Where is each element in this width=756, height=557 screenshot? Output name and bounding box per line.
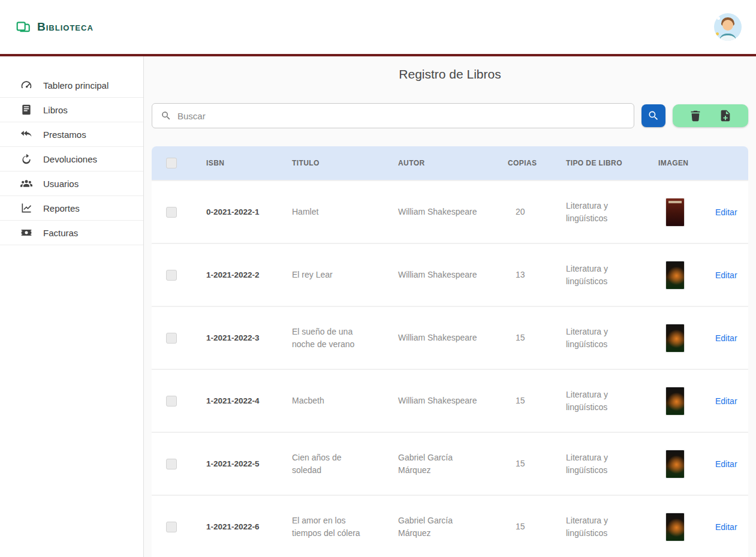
autor-cell: Gabriel García Márquez xyxy=(398,514,508,539)
copias-cell: 20 xyxy=(508,206,566,218)
column-header-autor: AUTOR xyxy=(398,159,508,167)
book-logo-icon xyxy=(14,19,32,35)
dashboard-gauge-icon xyxy=(20,79,32,91)
edit-cell: Editar xyxy=(715,207,748,218)
search-box[interactable] xyxy=(152,103,634,128)
edit-link[interactable]: Editar xyxy=(715,333,737,343)
sidebar-item-label: Reportes xyxy=(43,203,80,213)
brand-name: Biblioteca xyxy=(37,20,94,34)
book-cover-thumbnail xyxy=(666,261,684,289)
imagen-cell xyxy=(658,450,715,478)
table-header-row: ISBN TITULO AUTOR COPIAS TIPO DE LIBRO I… xyxy=(152,146,748,180)
edit-cell: Editar xyxy=(715,459,748,469)
edit-cell: Editar xyxy=(715,522,748,532)
book-cover-thumbnail xyxy=(666,198,684,226)
edit-link[interactable]: Editar xyxy=(715,270,737,280)
table-row: 1-2021-2022-5 Cien años de soledad Gabri… xyxy=(152,432,748,495)
copias-cell: 15 xyxy=(508,520,566,532)
book-cover-thumbnail xyxy=(666,450,684,478)
autor-cell: William Shakespeare xyxy=(398,395,508,407)
edit-link[interactable]: Editar xyxy=(715,207,737,217)
tipo-cell: Literatura y lingüísticos xyxy=(566,514,658,539)
sidebar-nav: Tablero principal Libros Prestamos Devol… xyxy=(0,56,144,557)
table-row: 1-2021-2022-6 El amor en los tiempos del… xyxy=(152,495,748,557)
sidebar-item-label: Tablero principal xyxy=(43,80,109,91)
sidebar-item-devoluciones[interactable]: Devoluciones xyxy=(0,147,143,171)
refresh-return-icon xyxy=(20,153,32,165)
isbn-cell: 1-2021-2022-5 xyxy=(206,459,292,468)
search-button[interactable] xyxy=(641,104,665,127)
column-header-copias: COPIAS xyxy=(508,159,566,167)
star-icon xyxy=(716,32,719,35)
row-checkbox[interactable] xyxy=(166,270,177,281)
bulk-actions-panel xyxy=(673,104,748,127)
edit-link[interactable]: Editar xyxy=(715,522,737,532)
books-table: ISBN TITULO AUTOR COPIAS TIPO DE LIBRO I… xyxy=(152,146,748,557)
book-icon xyxy=(20,104,32,116)
imagen-cell xyxy=(658,387,715,415)
user-avatar[interactable] xyxy=(714,13,742,41)
tipo-cell: Literatura y lingüísticos xyxy=(566,326,658,350)
row-checkbox-cell xyxy=(152,459,206,469)
row-checkbox[interactable] xyxy=(166,207,177,218)
table-row: 1-2021-2022-3 El sueño de una noche de v… xyxy=(152,306,748,369)
book-cover-thumbnail xyxy=(666,324,684,352)
table-row: 1-2021-2022-4 Macbeth William Shakespear… xyxy=(152,369,748,432)
page-title: Registro de Libros xyxy=(152,67,748,82)
row-checkbox[interactable] xyxy=(166,333,177,344)
autor-cell: William Shakespeare xyxy=(398,206,508,218)
column-header-imagen: IMAGEN xyxy=(658,159,715,167)
sidebar-item-label: Devoluciones xyxy=(43,154,97,164)
sidebar-item-label: Facturas xyxy=(43,228,78,238)
row-checkbox[interactable] xyxy=(166,459,177,469)
titulo-cell: El sueño de una noche de verano xyxy=(292,326,398,350)
titulo-cell: Macbeth xyxy=(292,395,398,407)
autor-cell: Gabriel García Márquez xyxy=(398,451,508,476)
sidebar-item-facturas[interactable]: Facturas xyxy=(0,221,143,245)
row-checkbox-cell xyxy=(152,333,206,344)
select-all-checkbox[interactable] xyxy=(166,158,177,168)
chart-report-icon xyxy=(20,202,32,214)
isbn-cell: 0-2021-2022-1 xyxy=(206,207,292,216)
tipo-cell: Literatura y lingüísticos xyxy=(566,263,658,287)
main-content: Registro de Libros ISBN TITULO AUTOR COP xyxy=(144,56,756,557)
book-cover-thumbnail xyxy=(666,387,684,415)
add-book-button[interactable] xyxy=(719,109,732,122)
select-all-cell xyxy=(152,158,206,168)
copias-cell: 13 xyxy=(508,269,566,281)
sidebar-item-usuarios[interactable]: Usuarios xyxy=(0,171,143,196)
sidebar-item-reportes[interactable]: Reportes xyxy=(0,196,143,221)
search-input[interactable] xyxy=(177,111,625,121)
row-checkbox[interactable] xyxy=(166,522,177,532)
delete-button[interactable] xyxy=(689,109,702,122)
copias-cell: 15 xyxy=(508,395,566,407)
imagen-cell xyxy=(658,324,715,352)
tipo-cell: Literatura y lingüísticos xyxy=(566,200,658,224)
row-checkbox-cell xyxy=(152,522,206,532)
autor-cell: William Shakespeare xyxy=(398,269,508,281)
sidebar-item-tablero-principal[interactable]: Tablero principal xyxy=(0,73,143,98)
edit-link[interactable]: Editar xyxy=(715,396,737,406)
users-group-icon xyxy=(20,177,32,189)
brand-logo[interactable]: Biblioteca xyxy=(14,19,94,35)
row-checkbox[interactable] xyxy=(166,396,177,407)
search-icon xyxy=(161,110,171,121)
edit-link[interactable]: Editar xyxy=(715,459,737,469)
sidebar-item-libros[interactable]: Libros xyxy=(0,98,143,122)
isbn-cell: 1-2021-2022-2 xyxy=(206,270,292,279)
header-divider-bar xyxy=(0,54,756,56)
sidebar-item-label: Libros xyxy=(43,105,68,115)
avatar-shirt xyxy=(719,34,736,41)
column-header-tipo: TIPO DE LIBRO xyxy=(566,159,658,167)
isbn-cell: 1-2021-2022-4 xyxy=(206,396,292,405)
imagen-cell xyxy=(658,261,715,289)
tipo-cell: Literatura y lingüísticos xyxy=(566,451,658,476)
search-toolbar xyxy=(152,103,748,128)
isbn-cell: 1-2021-2022-6 xyxy=(206,522,292,531)
row-checkbox-cell xyxy=(152,270,206,281)
sparkle-icon xyxy=(717,17,720,20)
file-plus-icon xyxy=(719,109,732,122)
row-checkbox-cell xyxy=(152,207,206,218)
sidebar-item-label: Usuarios xyxy=(43,179,79,189)
sidebar-item-prestamos[interactable]: Prestamos xyxy=(0,122,143,147)
